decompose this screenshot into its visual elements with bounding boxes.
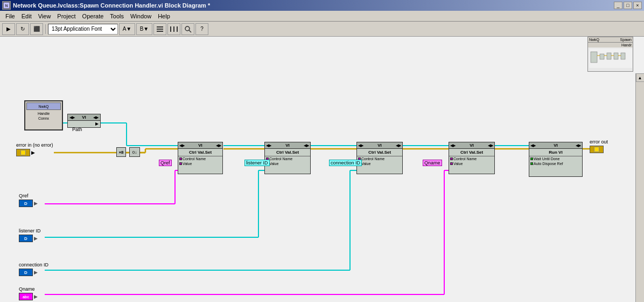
minimize-button[interactable]: _ [614, 2, 622, 9]
ctrl-val-set-1[interactable]: ◀▶ VI ◀▶ Ctrl Val.Set Control Name Value [178, 142, 223, 174]
svg-rect-45 [621, 53, 625, 59]
search-button[interactable] [181, 23, 194, 35]
svg-rect-7 [177, 26, 178, 32]
title-bar: N Network Queue.lvclass:Spawn Connection… [0, 0, 644, 11]
listener-id-terminal: listener ID D ▶ [19, 228, 41, 242]
distribute-button[interactable] [167, 23, 180, 35]
help-button[interactable]: ? [195, 23, 208, 35]
ctrl-val-set-4[interactable]: ◀▶ VI ◀▶ Ctrl Val.Set Control Name Value [449, 142, 495, 174]
multiplier-node[interactable]: ×8 [116, 147, 126, 157]
qref-terminal: Qref D ▶ [19, 193, 38, 207]
concatenate-node[interactable]: 0↓ [129, 147, 140, 157]
block-diagram-canvas[interactable]: NwkQ HandleConnx ◀▶ VI ◀▶ ▶ Path ×8 0↓ ◀… [0, 37, 644, 302]
font-bold[interactable]: B▼ [136, 23, 152, 35]
qname-wire-label: Qname [423, 160, 442, 166]
abort-button[interactable]: ⬛ [30, 23, 43, 35]
menu-project[interactable]: Project [54, 12, 79, 20]
svg-rect-4 [157, 31, 163, 32]
svg-rect-5 [170, 26, 171, 32]
toolbar: ▶ ↻ ⬛ 13pt Application Font A▼ B▼ ? [0, 22, 644, 37]
run-vi-node[interactable]: ◀▶ VI ◀▶ Run VI Wait Until Done Auto Dis… [529, 142, 583, 177]
error-in-terminal: error in (no error) ▶ [16, 142, 53, 156]
path-label: Path [72, 127, 82, 132]
svg-point-8 [185, 26, 190, 31]
align-button[interactable] [153, 23, 166, 35]
scroll-up-button[interactable]: ▲ [636, 73, 645, 82]
svg-text:N: N [5, 4, 8, 8]
window-title: Network Queue.lvclass:Spawn Connection H… [13, 2, 210, 9]
menu-bar: File Edit View Project Operate Tools Win… [0, 11, 644, 22]
menu-operate[interactable]: Operate [79, 12, 107, 20]
error-out-terminal: error out [590, 139, 608, 153]
qname-terminal: Qname abc ▶ [19, 286, 38, 300]
close-button[interactable]: × [633, 2, 642, 9]
ctrl-val-set-2[interactable]: ◀▶ VI ◀▶ Ctrl Val.Set Control Name Value [264, 142, 311, 174]
connection-id-wire-label: connection ID [329, 160, 362, 166]
svg-rect-41 [600, 54, 604, 59]
maximize-button[interactable]: □ [624, 2, 632, 9]
toolbar-separator-1 [45, 24, 46, 34]
vertical-scrollbar[interactable]: ▲ ▼ [635, 73, 644, 302]
font-selector[interactable]: 13pt Application Font [48, 24, 118, 35]
ctrl-val-set-3[interactable]: ◀▶ VI ◀▶ Ctrl Val.Set Control Name Value [356, 142, 403, 174]
nwkq-subvi-icon[interactable]: NwkQ HandleConnx [24, 100, 63, 131]
window-controls[interactable]: _ □ × [614, 2, 642, 9]
svg-line-9 [189, 30, 191, 32]
menu-view[interactable]: View [35, 12, 54, 20]
font-size-decrease[interactable]: A▼ [119, 23, 135, 35]
svg-rect-43 [607, 53, 611, 59]
svg-rect-3 [157, 29, 163, 30]
menu-window[interactable]: Window [127, 12, 155, 20]
qref-wire-label: Qref [159, 160, 172, 166]
path-constant-node[interactable]: ◀▶ VI ◀▶ ▶ [67, 114, 101, 128]
menu-edit[interactable]: Edit [18, 12, 35, 20]
svg-rect-44 [614, 53, 618, 59]
svg-rect-40 [591, 52, 597, 63]
menu-tools[interactable]: Tools [107, 12, 127, 20]
run-button[interactable]: ▶ [2, 23, 15, 35]
window-icon: N [2, 1, 11, 10]
vi-thumbnail[interactable]: NwkQ Spawn Handr [587, 37, 633, 72]
svg-rect-2 [157, 26, 163, 28]
connection-id-terminal: connection ID D ▶ [19, 262, 48, 276]
menu-file[interactable]: File [2, 12, 18, 20]
main-area: NwkQ HandleConnx ◀▶ VI ◀▶ ▶ Path ×8 0↓ ◀… [0, 37, 644, 302]
run-continuously-button[interactable]: ↻ [16, 23, 29, 35]
listener-id-wire-label: listener ID [244, 160, 270, 166]
svg-rect-6 [173, 26, 174, 32]
menu-help[interactable]: Help [155, 12, 173, 20]
